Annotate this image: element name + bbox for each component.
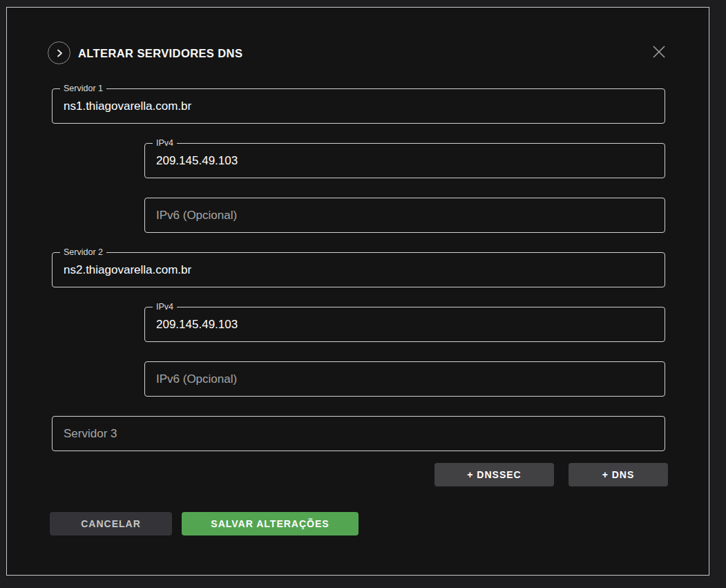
field-label: IPv4 [153,138,177,149]
chevron-right-icon [53,47,66,59]
servidor-2-input[interactable] [52,253,665,287]
dns-servers-dialog: ALTERAR SERVIDORES DNS Servidor 1 IPv4 S… [6,7,709,576]
field-servidor-3 [52,416,665,451]
dialog-title: ALTERAR SERVIDORES DNS [78,47,242,60]
field-ipv6-1 [144,198,665,233]
ipv4-2-input[interactable] [145,307,665,341]
field-label: Servidor 1 [60,84,106,94]
field-servidor-2: Servidor 2 [52,252,665,287]
field-servidor-1: Servidor 1 [52,88,665,124]
ipv4-1-input[interactable] [145,144,665,178]
close-icon[interactable] [650,43,667,60]
add-dnssec-button[interactable]: + DNSSEC [434,463,554,486]
ipv6-2-input[interactable] [145,362,665,396]
field-label: Servidor 2 [60,247,106,258]
cancel-button[interactable]: CANCELAR [50,512,172,535]
screen-background: { "dialog": { "title": "ALTERAR SERVIDOR… [0,0,726,588]
save-button[interactable]: SALVAR ALTERAÇÕES [182,512,359,535]
servidor-3-input[interactable] [52,417,665,451]
field-ipv4-1: IPv4 [144,143,665,178]
field-ipv4-2: IPv4 [144,307,665,342]
add-dns-button[interactable]: + DNS [569,463,668,486]
expand-button[interactable] [48,41,70,64]
field-label: IPv4 [153,302,177,312]
ipv6-1-input[interactable] [145,198,665,232]
servidor-1-input[interactable] [52,89,665,123]
field-ipv6-2 [144,361,665,397]
